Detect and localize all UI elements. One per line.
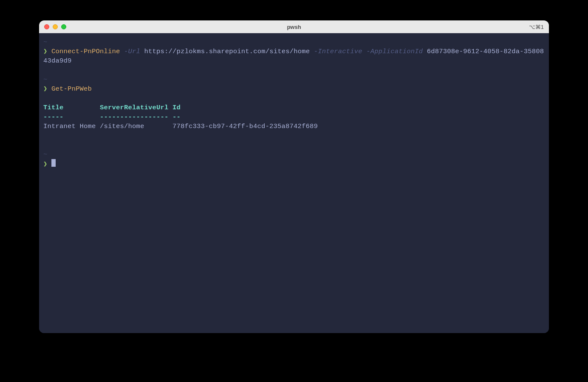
titlebar[interactable]: pwsh ⌥⌘1 [39, 20, 549, 33]
table-header: Title ServerRelativeUrl Id [43, 104, 181, 111]
minimize-icon[interactable] [53, 24, 58, 29]
window-title: pwsh [287, 24, 301, 30]
table-row: Intranet Home /sites/home 778fc333-cb97-… [43, 123, 318, 130]
command: Connect-PnPOnline [51, 48, 120, 55]
prompt-icon: ❯ [43, 48, 51, 55]
command: Get-PnPWeb [51, 85, 92, 93]
maximize-icon[interactable] [61, 24, 66, 29]
argument [120, 48, 124, 55]
window-shortcut: ⌥⌘1 [529, 24, 544, 30]
prompt-icon: ❯ [43, 85, 51, 93]
table-separator: ----- ----------------- -- [43, 113, 181, 121]
parameter: -Url [124, 48, 140, 55]
terminal-window: pwsh ⌥⌘1 ~❯ Connect-PnPOnline -Url https… [39, 20, 549, 333]
traffic-lights [44, 24, 66, 29]
argument: https://pzlokms.sharepoint.com/sites/hom… [140, 48, 314, 55]
argument [362, 48, 367, 55]
prompt-icon: ❯ [43, 160, 51, 168]
parameter: -Interactive [314, 48, 362, 55]
path-tilde: ~ [43, 38, 48, 46]
terminal-body[interactable]: ~❯ Connect-PnPOnline -Url https://pzlokm… [39, 33, 549, 333]
path-tilde: ~ [43, 151, 48, 158]
parameter: -ApplicationId [366, 48, 423, 55]
cursor[interactable] [51, 159, 56, 167]
close-icon[interactable] [44, 24, 49, 29]
path-tilde: ~ [43, 76, 48, 83]
